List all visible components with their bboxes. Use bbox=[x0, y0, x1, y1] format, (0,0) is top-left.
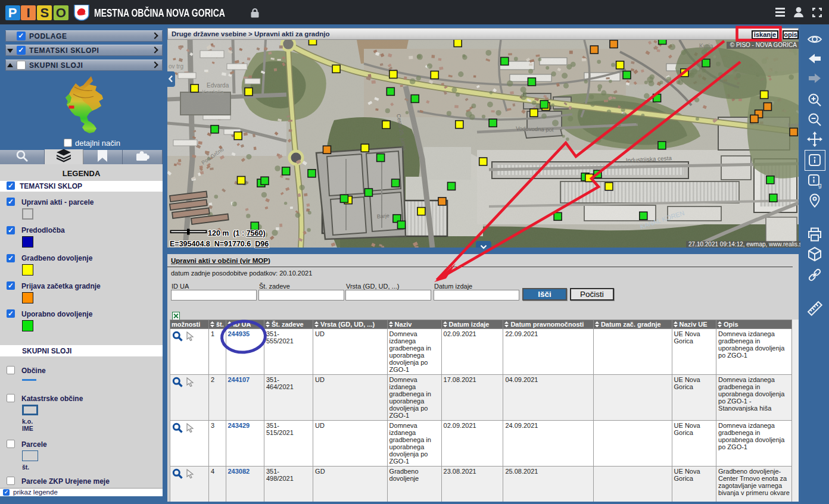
svg-text:g: g bbox=[818, 182, 822, 189]
